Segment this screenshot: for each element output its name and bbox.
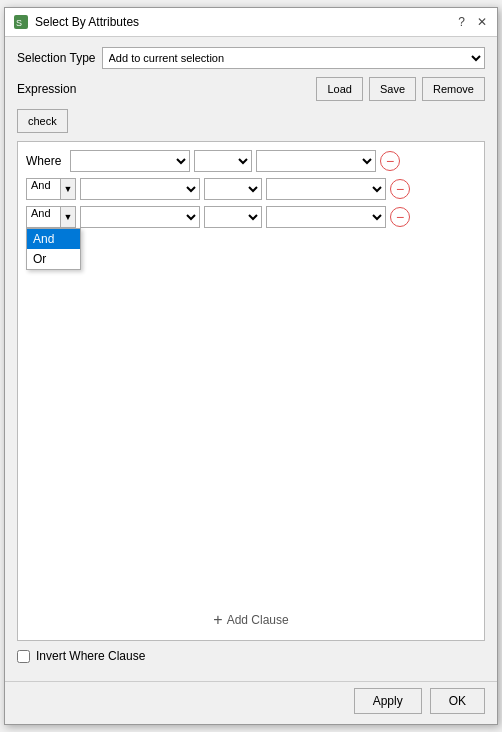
invert-label: Invert Where Clause [36,649,145,663]
connector-3-group: And ▼ [26,206,76,228]
add-clause-area: + Add Clause [18,608,484,632]
main-window: S Select By Attributes ? ✕ Selection Typ… [4,7,498,725]
apply-button[interactable]: Apply [354,688,422,714]
clause-3-value[interactable] [266,206,386,228]
titlebar-left: S Select By Attributes [13,14,139,30]
clause-1-value[interactable] [256,150,376,172]
clause-area: Where − And ▼ − [17,141,485,641]
clause-3-operator[interactable] [204,206,262,228]
clause-2-value[interactable] [266,178,386,200]
connector-2-arrow[interactable]: ▼ [60,178,76,200]
connector-2-label: And [26,178,60,200]
plus-icon: + [213,612,222,628]
connector-2-group: And ▼ [26,178,76,200]
load-button[interactable]: Load [316,77,362,101]
dropdown-and-option[interactable]: And [27,229,80,249]
selection-type-row: Selection Type Add to current selection [17,47,485,69]
invert-checkbox[interactable] [17,650,30,663]
app-icon: S [13,14,29,30]
clause-3-field[interactable] [80,206,200,228]
connector-3-arrow[interactable]: ▼ [60,206,76,228]
help-button[interactable]: ? [456,15,467,29]
selection-type-label: Selection Type [17,51,96,65]
remove-button[interactable]: Remove [422,77,485,101]
clause-3-remove[interactable]: − [390,207,410,227]
check-row: check [17,109,485,133]
expression-label: Expression [17,82,76,96]
window-title: Select By Attributes [35,15,139,29]
add-clause-button[interactable]: + Add Clause [213,608,288,632]
content-area: Selection Type Add to current selection … [5,37,497,681]
clause-2-field[interactable] [80,178,200,200]
clause-2-operator[interactable] [204,178,262,200]
dropdown-or-option[interactable]: Or [27,249,80,269]
connector-dropdown-menu: And Or [26,228,81,270]
clause-row-1: Where − [26,150,476,172]
connector-3-label: And [26,206,60,228]
ok-button[interactable]: OK [430,688,485,714]
expression-row: Expression Load Save Remove [17,77,485,101]
close-button[interactable]: ✕ [475,15,489,29]
titlebar: S Select By Attributes ? ✕ [5,8,497,37]
titlebar-buttons: ? ✕ [456,15,489,29]
clause-row-2: And ▼ − [26,178,476,200]
clause-1-field[interactable] [70,150,190,172]
selection-type-dropdown[interactable]: Add to current selection [102,47,486,69]
add-clause-label: Add Clause [227,613,289,627]
clause-1-operator[interactable] [194,150,252,172]
clause-1-remove[interactable]: − [380,151,400,171]
save-button[interactable]: Save [369,77,416,101]
clause-row-3: And ▼ And Or − [26,206,476,228]
connector-3-container: And ▼ And Or [26,206,76,228]
svg-text:S: S [16,18,22,28]
footer: Apply OK [5,681,497,724]
check-button[interactable]: check [17,109,68,133]
invert-row: Invert Where Clause [17,649,485,663]
where-label: Where [26,154,66,168]
clause-2-remove[interactable]: − [390,179,410,199]
